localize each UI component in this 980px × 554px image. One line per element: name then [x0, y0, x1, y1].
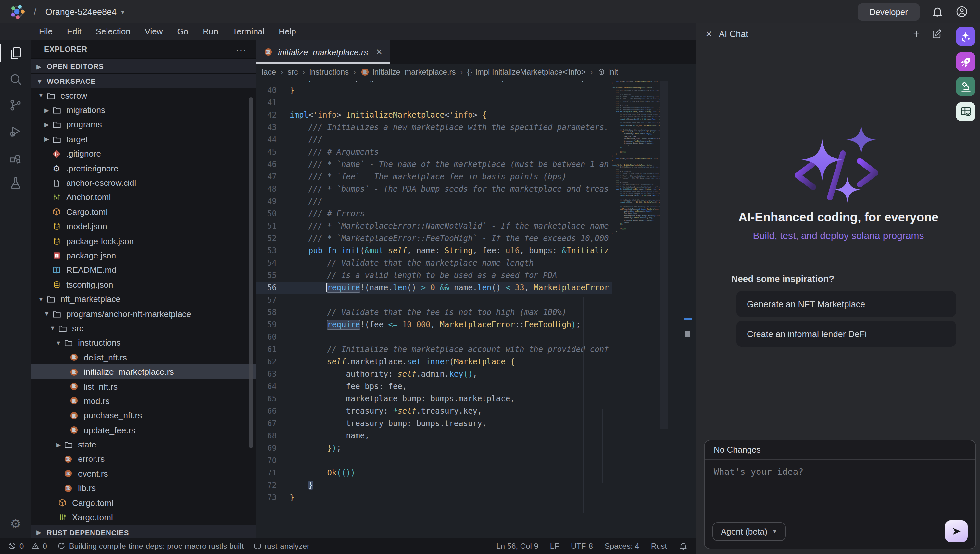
menu-selection[interactable]: Selection [89, 25, 137, 38]
agent-mode-dropdown[interactable]: Agent (beta) ▼ [713, 522, 786, 541]
notifications-bell-icon[interactable] [931, 6, 943, 18]
code-line[interactable]: 58 // Validate that the fee is not too h… [256, 307, 612, 319]
tree-item-programs[interactable]: ▶programs [31, 118, 256, 132]
project-selector[interactable]: Orange-524ee8e4 ▾ [45, 7, 124, 17]
explorer-scrollbar[interactable] [249, 97, 253, 448]
breadcrumb-item[interactable]: lace [262, 68, 276, 76]
code-line[interactable]: 54 // Validate that the marketplace name… [256, 257, 612, 269]
minimap[interactable]: pub token_program: InterfaceAccount<'inf… [612, 81, 660, 538]
code-line[interactable]: 64 fee_bps: fee, [256, 380, 612, 393]
chevron-down-icon[interactable]: ▼ [37, 92, 45, 99]
menu-view[interactable]: View [138, 25, 170, 38]
code-line[interactable]: 65 marketplace_bump: bumps.marketplace, [256, 393, 612, 405]
breadcrumb-item[interactable]: {}impl InitializeMarketplace<'info> [467, 68, 586, 76]
code-line[interactable]: 52 /// * `MarketplaceError::FeeTooHigh` … [256, 232, 612, 245]
activity-settings-gear-icon[interactable]: ⚙ [0, 511, 31, 536]
code-line[interactable]: 68 name, [256, 430, 612, 442]
suggestion-nft-marketplace[interactable]: Generate an NFT Marketplace [737, 291, 956, 317]
chevron-right-icon[interactable]: ▶ [54, 441, 63, 448]
tree-item-.gitignore[interactable]: .gitignore [31, 146, 256, 161]
code-line[interactable]: 66 treasury: *self.treasury.key, [256, 405, 612, 418]
code-area[interactable]: 39 pub token_program: InterfaceAccount<'… [256, 81, 612, 538]
code-line[interactable]: 63 authority: self.admin.key(), [256, 368, 612, 380]
code-line[interactable]: 60 [256, 331, 612, 344]
send-button[interactable] [945, 520, 968, 542]
developer-button[interactable]: Developer [858, 3, 920, 21]
editor-scrollbar[interactable] [660, 81, 668, 429]
tree-item-anchor-escrow.cidl[interactable]: anchor-escrow.cidl [31, 176, 256, 190]
chevron-right-icon[interactable]: ▶ [42, 107, 51, 113]
tree-item-Cargo.toml[interactable]: Cargo.toml [31, 495, 256, 510]
chat-input[interactable] [705, 460, 975, 522]
problems-status[interactable]: 0 0 [8, 541, 47, 551]
sidebar-microscope-button[interactable] [956, 76, 975, 96]
tree-item-delist_nft.rs[interactable]: Rdelist_nft.rs [31, 350, 256, 365]
tree-item-update_fee.rs[interactable]: Rupdate_fee.rs [31, 423, 256, 438]
code-line[interactable]: 72 } [256, 479, 612, 492]
tree-item-list_nft.rs[interactable]: Rlist_nft.rs [31, 379, 256, 394]
activity-test-flask-icon[interactable] [0, 170, 31, 196]
tree-item-package-lock.json[interactable]: package-lock.json [31, 234, 256, 248]
language-indicator[interactable]: Rust [651, 541, 667, 551]
activity-source-control-icon[interactable] [0, 92, 31, 118]
code-line[interactable]: 49 /// [256, 196, 612, 208]
menu-file[interactable]: File [32, 25, 59, 38]
tree-item-event.rs[interactable]: Revent.rs [31, 466, 256, 481]
code-line[interactable]: 56 require!(name.len() > 0 && name.len()… [256, 282, 612, 294]
code-line[interactable]: 69 }); [256, 442, 612, 455]
menu-terminal[interactable]: Terminal [226, 25, 271, 38]
tree-item-README.md[interactable]: README.md [31, 263, 256, 277]
code-line[interactable]: 73} [256, 492, 612, 504]
chat-history-icon[interactable] [931, 29, 942, 40]
tree-item-package.json[interactable]: package.json [31, 248, 256, 263]
menu-help[interactable]: Help [272, 25, 303, 38]
new-chat-plus-icon[interactable]: + [913, 28, 920, 41]
code-line[interactable]: 45 /// # Arguments [256, 146, 612, 158]
code-line[interactable]: 43 /// Initializes a new marketplace wit… [256, 121, 612, 134]
activity-extensions-icon[interactable] [0, 144, 31, 170]
code-line[interactable]: 47 /// * `fee` - The marketplace fee in … [256, 171, 612, 183]
activity-search-icon[interactable] [0, 66, 31, 92]
tab-close-icon[interactable]: ✕ [376, 48, 382, 57]
activity-run-debug-icon[interactable] [0, 118, 31, 144]
code-line[interactable]: 70 [256, 455, 612, 467]
tree-item-programs/anchor-nft-marketplace[interactable]: ▼programs/anchor-nft-marketplace [31, 307, 256, 321]
breadcrumb-item[interactable]: instructions [309, 68, 349, 76]
activity-files-icon[interactable] [0, 40, 31, 66]
rust-analyzer-status[interactable]: rust-analyzer [254, 541, 309, 551]
suggestion-lender-defi[interactable]: Create an informal lender DeFi [737, 321, 956, 347]
code-line[interactable]: 50 /// # Errors [256, 208, 612, 220]
tree-item-state[interactable]: ▶state [31, 438, 256, 452]
menu-run[interactable]: Run [196, 25, 225, 38]
tree-item-instructions[interactable]: ▼instructions [31, 336, 256, 350]
encoding-indicator[interactable]: UTF-8 [571, 541, 593, 551]
account-icon[interactable] [955, 5, 968, 18]
code-line[interactable]: 53 pub fn init(&mut self, name: String, … [256, 245, 612, 257]
code-line[interactable]: 39 pub token_program: InterfaceAccount<'… [256, 81, 612, 84]
sidebar-rocket-button[interactable] [956, 52, 975, 72]
section-workspace[interactable]: ▼ WORKSPACE [31, 73, 256, 88]
tree-item-target[interactable]: ▶target [31, 132, 256, 146]
tab-initialize-marketplace[interactable]: R initialize_marketplace.rs ✕ [256, 40, 390, 64]
tree-item-tsconfig.json[interactable]: tsconfig.json [31, 277, 256, 292]
tree-item-nft_marketplace[interactable]: ▼nft_marketplace [31, 292, 256, 307]
code-line[interactable]: 62 self.marketplace.set_inner(Marketplac… [256, 356, 612, 368]
chevron-down-icon[interactable]: ▼ [54, 340, 63, 346]
notifications-bell-icon[interactable] [679, 541, 688, 551]
code-line[interactable]: 59 require!(fee <= 10_000, MarketplaceEr… [256, 319, 612, 331]
chevron-right-icon[interactable]: ▶ [42, 136, 51, 143]
indent-indicator[interactable]: Spaces: 4 [605, 541, 640, 551]
tree-item-Anchor.toml[interactable]: Anchor.toml [31, 190, 256, 205]
cursor-position[interactable]: Ln 56, Col 9 [496, 541, 538, 551]
tree-item-lib.rs[interactable]: Rlib.rs [31, 481, 256, 495]
section-open-editors[interactable]: ▶ OPEN EDITORS [31, 59, 256, 73]
code-line[interactable]: 48 /// * `bumps` - The PDA bump seeds fo… [256, 183, 612, 196]
code-line[interactable]: 71 Ok(()) [256, 467, 612, 479]
tree-item-escrow[interactable]: ▼escrow [31, 88, 256, 103]
chevron-down-icon[interactable]: ▼ [37, 296, 45, 302]
sidebar-table-eye-button[interactable] [956, 102, 975, 121]
code-line[interactable]: 57 [256, 294, 612, 307]
tree-item-purchase_nft.rs[interactable]: Rpurchase_nft.rs [31, 408, 256, 423]
eol-indicator[interactable]: LF [550, 541, 559, 551]
tree-item-Cargo.toml[interactable]: Cargo.toml [31, 205, 256, 219]
